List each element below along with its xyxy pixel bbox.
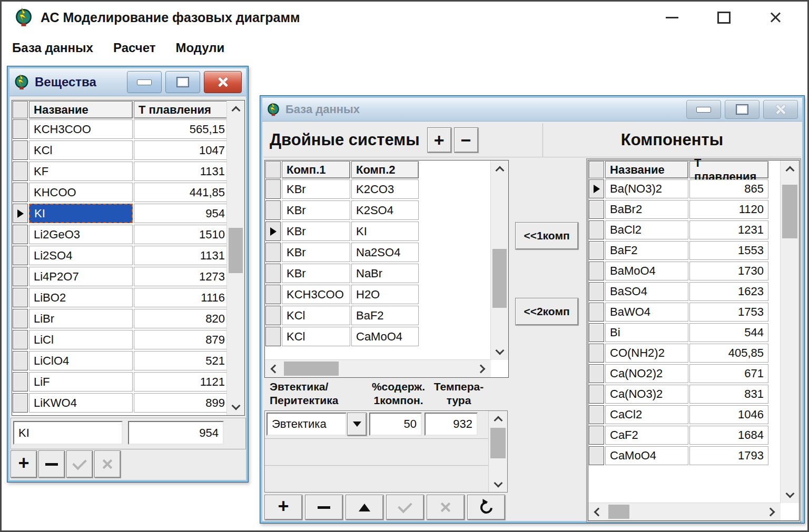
table-cell[interactable]: KI [29, 204, 133, 223]
table-cell[interactable]: 1047 [134, 140, 230, 160]
row-selector[interactable] [265, 243, 281, 262]
table-cell[interactable]: Ba(NO3)2 [605, 179, 688, 198]
table-cell[interactable]: KCl [282, 306, 350, 325]
table-cell[interactable]: 831 [689, 385, 768, 404]
dropdown-button[interactable] [347, 413, 367, 436]
table-cell[interactable]: 1131 [134, 246, 230, 265]
confirm-button[interactable] [66, 450, 93, 478]
menu-calculation[interactable]: Расчет [111, 37, 157, 58]
table-row[interactable]: KI954 [13, 204, 244, 223]
row-selector[interactable] [13, 183, 28, 202]
row-selector[interactable] [589, 446, 604, 465]
scrollbar-thumb[interactable] [608, 505, 629, 519]
table-row[interactable]: KBrNaBr [265, 264, 508, 283]
temperature-field[interactable]: 932 [425, 413, 478, 436]
table-cell[interactable]: LiKWO4 [29, 393, 133, 413]
horizontal-scrollbar[interactable] [588, 503, 781, 520]
table-row[interactable]: BaCl21231 [589, 220, 799, 239]
temperature-field[interactable]: 954 [128, 421, 224, 445]
table-cell[interactable]: KBr [282, 200, 350, 220]
remove-system-button[interactable]: − [454, 127, 478, 153]
table-cell[interactable]: KI [351, 222, 419, 241]
row-selector[interactable] [589, 323, 604, 342]
table-cell[interactable]: 1553 [689, 241, 768, 260]
menu-database[interactable]: База данных [10, 37, 95, 58]
add-system-button[interactable]: + [427, 127, 451, 153]
row-selector[interactable] [589, 241, 604, 260]
table-cell[interactable]: LiBO2 [29, 288, 133, 307]
table-cell[interactable]: CaCl2 [605, 405, 688, 424]
table-cell[interactable]: 899 [134, 393, 230, 413]
table-cell[interactable]: LiBr [29, 309, 133, 328]
table-cell[interactable]: LiF [29, 372, 133, 392]
table-row[interactable]: LiF1121 [13, 372, 244, 392]
table-row[interactable]: CaMoO41793 [589, 446, 799, 465]
substances-titlebar[interactable]: Вещества [9, 68, 246, 96]
table-cell[interactable]: 1623 [689, 282, 768, 301]
row-selector[interactable] [13, 246, 28, 265]
table-row[interactable]: LiKWO4899 [13, 393, 244, 413]
table-cell[interactable]: CaMoO4 [351, 327, 419, 346]
table-cell[interactable]: 1730 [689, 262, 768, 280]
scrollbar-thumb[interactable] [490, 428, 506, 458]
vertical-scrollbar[interactable] [488, 411, 507, 492]
table-row[interactable]: CO(NH2)2405,85 [589, 344, 799, 363]
table-cell[interactable]: K2SO4 [351, 200, 419, 220]
table-cell[interactable]: 1131 [134, 162, 230, 181]
scrollbar-thumb[interactable] [284, 362, 339, 376]
minimize-icon[interactable] [686, 100, 721, 119]
table-cell[interactable]: 865 [689, 179, 768, 198]
close-icon[interactable] [763, 100, 798, 119]
table-cell[interactable]: KCH3COO [282, 285, 350, 304]
table-cell[interactable]: K2CO3 [351, 179, 419, 199]
eutectic-type-select[interactable]: Эвтектика [267, 413, 347, 436]
table-cell[interactable]: 565,15 [134, 119, 230, 139]
table-cell[interactable]: Li2SO4 [29, 246, 133, 265]
table-row[interactable]: Li2GeO31510 [13, 225, 244, 244]
table-row[interactable]: BaWO41753 [589, 303, 799, 322]
table-cell[interactable]: 405,85 [689, 344, 768, 363]
table-cell[interactable]: KBr [282, 243, 350, 262]
name-field[interactable]: KI [13, 421, 123, 445]
row-selector[interactable] [13, 351, 28, 370]
table-cell[interactable]: BaBr2 [605, 200, 688, 219]
row-selector[interactable] [265, 200, 281, 220]
close-icon[interactable] [768, 11, 782, 24]
table-row[interactable]: Li2SO41131 [13, 246, 244, 265]
row-selector[interactable] [13, 393, 28, 413]
percent-field[interactable]: 50 [369, 413, 422, 436]
table-cell[interactable]: H2O [351, 285, 419, 304]
scroll-up-icon[interactable] [781, 160, 799, 178]
column-header-name[interactable]: Название [29, 101, 133, 118]
scroll-left-icon[interactable] [588, 503, 606, 520]
scroll-down-icon[interactable] [489, 476, 507, 492]
table-cell[interactable]: BaF2 [351, 306, 419, 325]
table-cell[interactable]: LiCl [29, 330, 133, 349]
table-row[interactable]: Li4P2O71273 [13, 267, 244, 286]
table-row[interactable]: CaF21684 [589, 426, 799, 445]
delete-button[interactable] [305, 495, 343, 520]
table-cell[interactable]: Bi [605, 323, 688, 342]
row-selector[interactable] [589, 344, 604, 363]
table-cell[interactable]: 1046 [689, 405, 768, 424]
maximize-icon[interactable] [165, 71, 200, 93]
row-selector[interactable] [589, 303, 604, 322]
table-cell[interactable]: KHCOO [29, 183, 133, 202]
row-selector[interactable] [13, 225, 28, 244]
row-selector[interactable] [265, 285, 281, 304]
row-selector[interactable] [13, 330, 28, 349]
table-cell[interactable]: BaF2 [605, 241, 688, 260]
row-selector[interactable] [265, 264, 281, 283]
table-cell[interactable]: 820 [134, 309, 230, 328]
main-titlebar[interactable]: АС Моделирование фазовых диаграмм [2, 2, 807, 33]
table-row[interactable]: KCl1047 [13, 140, 244, 160]
column-header-temp[interactable]: Т плавления [134, 101, 230, 118]
table-cell[interactable]: 441,85 [134, 183, 230, 202]
table-row[interactable]: BaF21553 [589, 241, 799, 260]
table-cell[interactable]: Ca(NO3)2 [605, 385, 688, 404]
table-cell[interactable]: CaF2 [605, 426, 688, 445]
row-selector[interactable] [13, 267, 28, 286]
row-selector[interactable] [589, 200, 604, 219]
table-cell[interactable]: CO(NH2)2 [605, 344, 688, 363]
maximize-icon[interactable] [725, 100, 759, 119]
